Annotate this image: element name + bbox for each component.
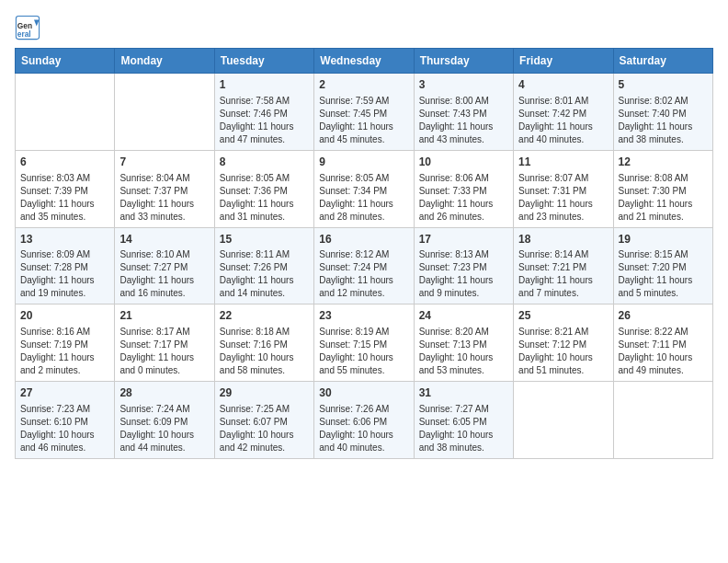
calendar-cell (16, 74, 115, 151)
calendar-cell: 4Sunrise: 8:01 AM Sunset: 7:42 PM Daylig… (514, 74, 613, 151)
calendar-cell: 17Sunrise: 8:13 AM Sunset: 7:23 PM Dayli… (414, 227, 513, 304)
day-info: Sunrise: 8:19 AM Sunset: 7:15 PM Dayligh… (319, 326, 408, 377)
logo-icon: Gen eral (15, 15, 40, 40)
day-info: Sunrise: 8:00 AM Sunset: 7:43 PM Dayligh… (419, 95, 508, 146)
day-info: Sunrise: 8:20 AM Sunset: 7:13 PM Dayligh… (419, 326, 508, 377)
day-info: Sunrise: 8:01 AM Sunset: 7:42 PM Dayligh… (518, 95, 608, 146)
day-info: Sunrise: 8:16 AM Sunset: 7:19 PM Dayligh… (20, 326, 109, 377)
calendar-table: SundayMondayTuesdayWednesdayThursdayFrid… (15, 48, 713, 459)
day-number: 16 (319, 232, 408, 247)
day-info: Sunrise: 8:15 AM Sunset: 7:20 PM Dayligh… (619, 248, 708, 300)
day-number: 20 (20, 308, 109, 324)
calendar-cell: 14Sunrise: 8:10 AM Sunset: 7:27 PM Dayli… (115, 227, 214, 304)
calendar-cell: 13Sunrise: 8:09 AM Sunset: 7:28 PM Dayli… (16, 227, 115, 304)
day-info: Sunrise: 8:13 AM Sunset: 7:23 PM Dayligh… (419, 248, 508, 300)
day-info: Sunrise: 8:07 AM Sunset: 7:31 PM Dayligh… (518, 172, 608, 224)
day-number: 5 (619, 77, 708, 93)
day-number: 26 (619, 308, 708, 324)
day-number: 9 (319, 155, 408, 170)
calendar-week-3: 13Sunrise: 8:09 AM Sunset: 7:28 PM Dayli… (16, 227, 713, 304)
calendar-cell: 2Sunrise: 7:59 AM Sunset: 7:45 PM Daylig… (314, 74, 414, 151)
calendar-cell: 25Sunrise: 8:21 AM Sunset: 7:12 PM Dayli… (514, 304, 613, 382)
logo: Gen eral (15, 15, 44, 40)
calendar-cell: 3Sunrise: 8:00 AM Sunset: 7:43 PM Daylig… (414, 74, 513, 151)
calendar-cell: 21Sunrise: 8:17 AM Sunset: 7:17 PM Dayli… (115, 304, 214, 382)
day-number: 8 (220, 155, 309, 170)
day-number: 24 (419, 308, 508, 324)
day-info: Sunrise: 8:14 AM Sunset: 7:21 PM Dayligh… (518, 248, 608, 300)
day-number: 7 (119, 155, 209, 170)
day-number: 25 (518, 308, 608, 324)
day-number: 3 (419, 77, 508, 93)
calendar-cell: 5Sunrise: 8:02 AM Sunset: 7:40 PM Daylig… (613, 74, 712, 151)
day-info: Sunrise: 7:59 AM Sunset: 7:45 PM Dayligh… (319, 95, 408, 146)
calendar-cell: 19Sunrise: 8:15 AM Sunset: 7:20 PM Dayli… (613, 227, 712, 304)
calendar-cell: 6Sunrise: 8:03 AM Sunset: 7:39 PM Daylig… (16, 150, 115, 227)
calendar-cell: 10Sunrise: 8:06 AM Sunset: 7:33 PM Dayli… (414, 150, 513, 227)
day-number: 19 (619, 232, 708, 247)
day-info: Sunrise: 8:11 AM Sunset: 7:26 PM Dayligh… (220, 248, 309, 300)
calendar-cell: 15Sunrise: 8:11 AM Sunset: 7:26 PM Dayli… (214, 227, 313, 304)
calendar-cell: 7Sunrise: 8:04 AM Sunset: 7:37 PM Daylig… (115, 150, 214, 227)
day-info: Sunrise: 8:21 AM Sunset: 7:12 PM Dayligh… (518, 326, 608, 377)
day-info: Sunrise: 7:26 AM Sunset: 6:06 PM Dayligh… (319, 403, 408, 454)
header-sunday: Sunday (16, 49, 115, 74)
calendar-cell: 18Sunrise: 8:14 AM Sunset: 7:21 PM Dayli… (514, 227, 613, 304)
day-info: Sunrise: 8:09 AM Sunset: 7:28 PM Dayligh… (20, 248, 109, 300)
header-friday: Friday (514, 49, 613, 74)
header-thursday: Thursday (414, 49, 513, 74)
day-info: Sunrise: 7:25 AM Sunset: 6:07 PM Dayligh… (220, 403, 309, 454)
day-number: 29 (220, 385, 309, 401)
calendar-cell: 27Sunrise: 7:23 AM Sunset: 6:10 PM Dayli… (16, 382, 115, 459)
calendar-cell: 12Sunrise: 8:08 AM Sunset: 7:30 PM Dayli… (613, 150, 712, 227)
day-info: Sunrise: 8:03 AM Sunset: 7:39 PM Dayligh… (20, 172, 109, 224)
calendar-cell: 11Sunrise: 8:07 AM Sunset: 7:31 PM Dayli… (514, 150, 613, 227)
day-info: Sunrise: 7:23 AM Sunset: 6:10 PM Dayligh… (20, 403, 109, 454)
day-info: Sunrise: 8:08 AM Sunset: 7:30 PM Dayligh… (619, 172, 708, 224)
day-info: Sunrise: 8:04 AM Sunset: 7:37 PM Dayligh… (119, 172, 209, 224)
day-info: Sunrise: 8:10 AM Sunset: 7:27 PM Dayligh… (119, 248, 209, 300)
header-saturday: Saturday (613, 49, 712, 74)
calendar-cell: 8Sunrise: 8:05 AM Sunset: 7:36 PM Daylig… (214, 150, 313, 227)
day-info: Sunrise: 8:18 AM Sunset: 7:16 PM Dayligh… (220, 326, 309, 377)
day-number: 17 (419, 232, 508, 247)
day-number: 15 (220, 232, 309, 247)
day-info: Sunrise: 8:22 AM Sunset: 7:11 PM Dayligh… (619, 326, 708, 377)
day-number: 21 (119, 308, 209, 324)
day-info: Sunrise: 8:12 AM Sunset: 7:24 PM Dayligh… (319, 248, 408, 300)
day-number: 1 (220, 77, 309, 93)
calendar-cell: 24Sunrise: 8:20 AM Sunset: 7:13 PM Dayli… (414, 304, 513, 382)
calendar-cell: 20Sunrise: 8:16 AM Sunset: 7:19 PM Dayli… (16, 304, 115, 382)
calendar-cell: 28Sunrise: 7:24 AM Sunset: 6:09 PM Dayli… (115, 382, 214, 459)
day-number: 12 (619, 155, 708, 170)
day-number: 28 (119, 385, 209, 401)
calendar-cell (613, 382, 712, 459)
day-number: 30 (319, 385, 408, 401)
day-info: Sunrise: 8:02 AM Sunset: 7:40 PM Dayligh… (619, 95, 708, 146)
calendar-week-5: 27Sunrise: 7:23 AM Sunset: 6:10 PM Dayli… (16, 382, 713, 459)
header-monday: Monday (115, 49, 214, 74)
calendar-week-1: 1Sunrise: 7:58 AM Sunset: 7:46 PM Daylig… (16, 74, 713, 151)
day-number: 14 (119, 232, 209, 247)
calendar-cell: 23Sunrise: 8:19 AM Sunset: 7:15 PM Dayli… (314, 304, 414, 382)
calendar-week-4: 20Sunrise: 8:16 AM Sunset: 7:19 PM Dayli… (16, 304, 713, 382)
calendar-cell: 30Sunrise: 7:26 AM Sunset: 6:06 PM Dayli… (314, 382, 414, 459)
day-info: Sunrise: 8:17 AM Sunset: 7:17 PM Dayligh… (119, 326, 209, 377)
calendar-cell (115, 74, 214, 151)
day-info: Sunrise: 8:05 AM Sunset: 7:34 PM Dayligh… (319, 172, 408, 224)
day-number: 18 (518, 232, 608, 247)
day-info: Sunrise: 8:05 AM Sunset: 7:36 PM Dayligh… (220, 172, 309, 224)
day-number: 2 (319, 77, 408, 93)
header-tuesday: Tuesday (214, 49, 313, 74)
day-info: Sunrise: 7:24 AM Sunset: 6:09 PM Dayligh… (119, 403, 209, 454)
day-number: 27 (20, 385, 109, 401)
day-number: 22 (220, 308, 309, 324)
page-header: Gen eral (15, 15, 713, 40)
calendar-cell: 22Sunrise: 8:18 AM Sunset: 7:16 PM Dayli… (214, 304, 313, 382)
calendar-header: SundayMondayTuesdayWednesdayThursdayFrid… (16, 49, 713, 74)
calendar-cell: 1Sunrise: 7:58 AM Sunset: 7:46 PM Daylig… (214, 74, 313, 151)
day-number: 10 (419, 155, 508, 170)
calendar-cell: 29Sunrise: 7:25 AM Sunset: 6:07 PM Dayli… (214, 382, 313, 459)
day-number: 6 (20, 155, 109, 170)
day-number: 23 (319, 308, 408, 324)
